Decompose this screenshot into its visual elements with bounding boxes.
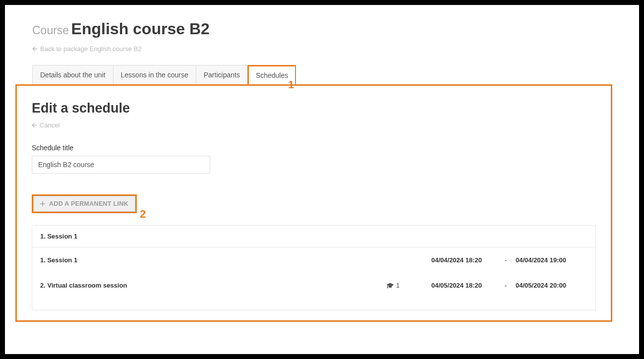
row-end-date: 04/04/2024 19:00 (516, 256, 587, 264)
back-link-text: Back to package English course B2 (40, 45, 142, 53)
row-icon-cell: 1 (387, 282, 431, 289)
add-permanent-link-button[interactable]: ADD A PERMANENT LINK (33, 196, 135, 212)
edit-schedule-title: Edit a schedule (32, 101, 596, 116)
annotation-marker-2: 2 (140, 208, 146, 221)
course-title: English course B2 (71, 20, 210, 38)
content-panel: Edit a schedule Cancel Schedule title AD… (15, 84, 612, 322)
graduation-cap-icon (387, 282, 394, 289)
row-icon-count: 1 (396, 282, 400, 289)
table-row: 2. Virtual classroom session 1 04/05/202… (32, 273, 595, 310)
row-end-date: 04/05/2024 20:00 (516, 282, 587, 289)
schedule-table: 1. Session 1 1. Session 1 04/04/2024 18:… (32, 225, 596, 310)
arrow-left-icon (32, 122, 37, 128)
row-start-date: 04/05/2024 18:20 (431, 282, 496, 289)
cancel-link[interactable]: Cancel (32, 121, 59, 129)
course-label: Course (32, 24, 69, 37)
table-row: 1. Session 1 04/04/2024 18:20 - 04/04/20… (32, 247, 595, 273)
plus-icon (40, 201, 45, 206)
row-dash: - (496, 256, 516, 264)
add-permanent-link-highlight: ADD A PERMANENT LINK (32, 194, 137, 213)
tab-lessons[interactable]: Lessons in the course (113, 65, 196, 85)
schedule-title-label: Schedule title (32, 144, 596, 152)
table-header: 1. Session 1 (32, 226, 595, 247)
add-permanent-link-label: ADD A PERMANENT LINK (49, 200, 128, 207)
course-header: Course English course B2 (32, 20, 612, 38)
row-title: 2. Virtual classroom session (40, 282, 387, 289)
row-dash: - (496, 282, 516, 289)
tab-details[interactable]: Details about the unit (32, 65, 114, 85)
row-start-date: 04/04/2024 18:20 (431, 256, 496, 264)
row-title: 1. Session 1 (40, 256, 387, 264)
tabs: Details about the unit Lessons in the co… (32, 65, 612, 85)
arrow-left-icon (32, 46, 38, 52)
back-to-package-link[interactable]: Back to package English course B2 (32, 45, 142, 53)
cancel-text: Cancel (40, 121, 59, 129)
schedule-title-input[interactable] (32, 156, 210, 174)
tab-participants[interactable]: Participants (196, 65, 248, 85)
